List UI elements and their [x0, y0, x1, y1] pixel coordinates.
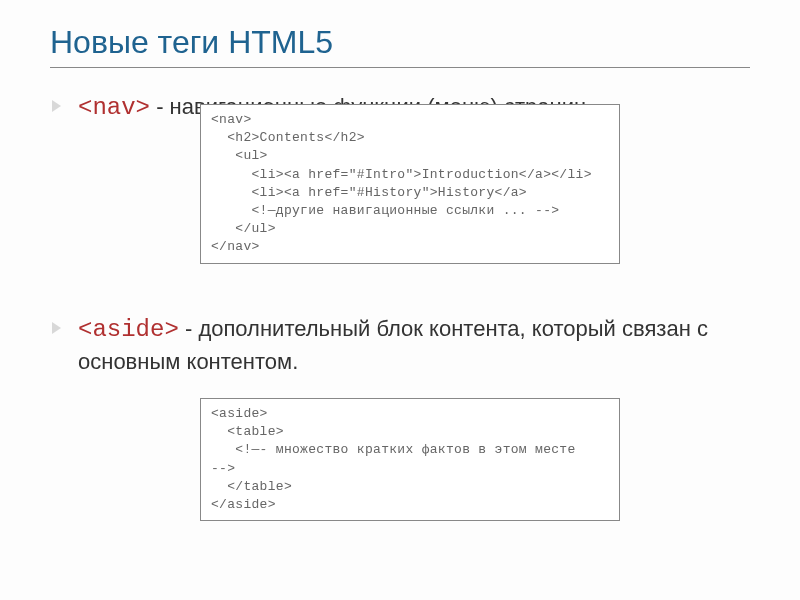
aside-tag: <aside>	[78, 316, 179, 343]
bullet-aside-text: <aside> - дополнительный блок контента, …	[78, 314, 750, 376]
slide-title: Новые теги HTML5	[50, 24, 750, 68]
code-example-aside: <aside> <table> <!—- множество кратких ф…	[200, 398, 620, 521]
bullet-aside: <aside> - дополнительный блок контента, …	[50, 314, 750, 376]
nav-tag: <nav>	[78, 94, 150, 121]
bullet-marker-icon	[50, 320, 64, 334]
code-example-nav: <nav> <h2>Contents</h2> <ul> <li><a href…	[200, 104, 620, 264]
bullet-marker-icon	[50, 98, 64, 112]
